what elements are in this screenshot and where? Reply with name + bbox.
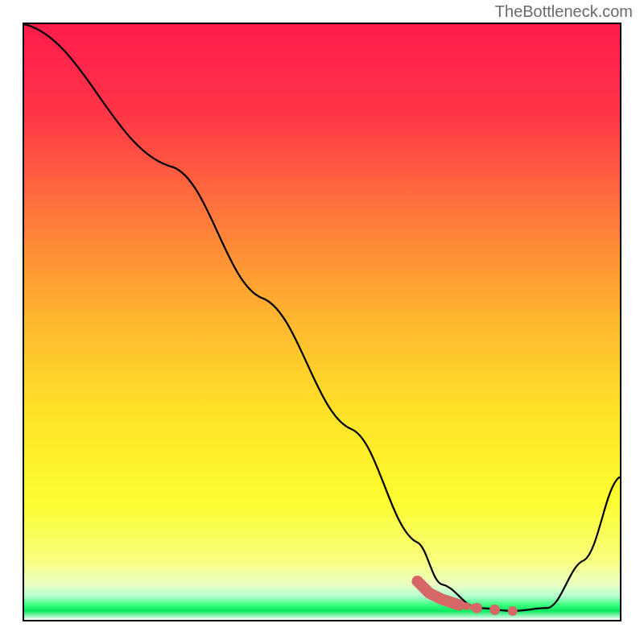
plot-svg	[24, 24, 620, 620]
svg-point-3	[508, 606, 518, 616]
svg-point-2	[489, 605, 500, 615]
bottleneck-curve	[24, 24, 620, 611]
plot-area	[23, 23, 621, 621]
watermark-text: TheBottleneck.com	[495, 2, 633, 21]
chart-container: TheBottleneck.com	[0, 0, 644, 644]
